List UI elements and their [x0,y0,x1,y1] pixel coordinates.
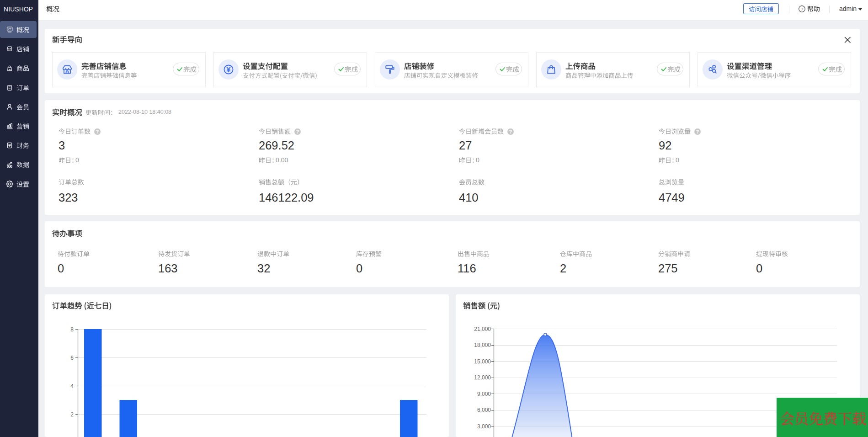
svg-text:?: ? [801,6,803,11]
